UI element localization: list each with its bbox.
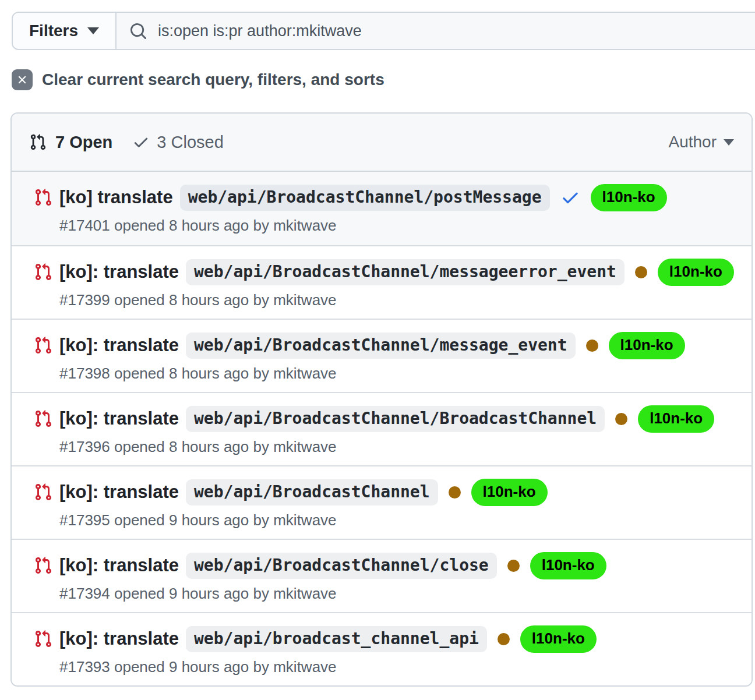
pr-title-link[interactable]: [ko]: translate	[59, 555, 179, 576]
author-sort-label: Author	[669, 133, 717, 151]
pr-meta: #17399 opened 8 hours ago by mkitwave	[59, 291, 738, 309]
pr-meta: #17401 opened 8 hours ago by mkitwave	[59, 217, 738, 235]
pr-title-link[interactable]: [ko]: translate	[59, 408, 179, 429]
check-icon	[132, 133, 150, 151]
open-prs-tab[interactable]: 7 Open	[29, 133, 112, 152]
pr-row: [ko]: translate web/api/BroadcastChannel…	[12, 392, 752, 465]
label-l10n-ko[interactable]: l10n-ko	[520, 625, 597, 653]
pr-row: [ko]: translate web/api/BroadcastChannel…	[12, 245, 752, 319]
checks-pending-dot	[586, 340, 598, 352]
pr-title-line: [ko] translate web/api/BroadcastChannel/…	[34, 183, 738, 211]
checks-pending-dot	[498, 633, 510, 645]
pr-meta: #17395 opened 9 hours ago by mkitwave	[59, 511, 738, 529]
search-field[interactable]	[117, 13, 755, 49]
pr-title-code[interactable]: web/api/BroadcastChannel/BroadcastChanne…	[186, 406, 605, 432]
label-l10n-ko[interactable]: l10n-ko	[591, 184, 667, 211]
label-l10n-ko[interactable]: l10n-ko	[638, 405, 714, 433]
pr-row: [ko]: translate web/api/broadcast_channe…	[12, 612, 752, 685]
pr-row: [ko]: translate web/api/BroadcastChannel…	[12, 539, 752, 612]
checks-pending-dot	[615, 413, 627, 425]
pr-meta: #17396 opened 8 hours ago by mkitwave	[59, 438, 738, 456]
pr-title-line: [ko]: translate web/api/BroadcastChannel…	[34, 405, 738, 433]
filters-dropdown-button[interactable]: Filters	[13, 13, 117, 49]
label-l10n-ko[interactable]: l10n-ko	[530, 552, 606, 579]
clear-filters-label: Clear current search query, filters, and…	[42, 70, 384, 89]
pr-title-code[interactable]: web/api/BroadcastChannel/postMessage	[180, 185, 550, 211]
search-icon	[129, 22, 147, 40]
git-pull-request-icon	[34, 188, 52, 207]
pr-title-code[interactable]: web/api/broadcast_channel_api	[186, 626, 487, 652]
pr-title-link[interactable]: [ko]: translate	[59, 628, 179, 649]
x-icon	[12, 69, 33, 90]
checks-pending-dot	[635, 266, 647, 278]
pr-meta: #17394 opened 9 hours ago by mkitwave	[59, 585, 738, 603]
git-pull-request-icon	[34, 409, 52, 428]
chevron-down-icon	[724, 139, 734, 146]
pr-row: [ko] translate web/api/BroadcastChannel/…	[12, 172, 752, 245]
git-pull-request-icon	[34, 630, 52, 648]
pr-meta: #17398 opened 8 hours ago by mkitwave	[59, 365, 738, 383]
pull-request-list: 7 Open 3 Closed Author [ko] translate we…	[10, 112, 753, 687]
pr-rows: [ko] translate web/api/BroadcastChannel/…	[12, 172, 752, 685]
pr-row: [ko]: translate web/api/BroadcastChannel…	[12, 319, 752, 392]
pr-title-line: [ko]: translate web/api/BroadcastChannel…	[34, 331, 738, 359]
label-l10n-ko[interactable]: l10n-ko	[471, 479, 548, 506]
filters-label: Filters	[29, 22, 78, 40]
pr-meta: #17393 opened 9 hours ago by mkitwave	[59, 658, 738, 676]
git-pull-request-icon	[29, 133, 47, 151]
label-l10n-ko[interactable]: l10n-ko	[658, 259, 734, 286]
author-sort-dropdown[interactable]: Author	[669, 133, 735, 151]
pr-title-link[interactable]: [ko]: translate	[59, 261, 179, 282]
pr-title-code[interactable]: web/api/BroadcastChannel/close	[186, 553, 497, 579]
git-pull-request-icon	[34, 336, 52, 355]
pr-title-line: [ko]: translate web/api/BroadcastChannel…	[34, 258, 738, 286]
checks-pending-dot	[449, 486, 461, 499]
open-count: 7 Open	[55, 133, 112, 152]
git-pull-request-icon	[34, 263, 52, 281]
pr-title-line: [ko]: translate web/api/broadcast_channe…	[34, 625, 738, 653]
closed-prs-tab[interactable]: 3 Closed	[132, 133, 223, 152]
search-input[interactable]	[158, 22, 749, 40]
pr-title-code[interactable]: web/api/BroadcastChannel/message_event	[186, 333, 576, 359]
pr-title-link[interactable]: [ko]: translate	[59, 482, 179, 503]
git-pull-request-icon	[34, 556, 52, 575]
label-l10n-ko[interactable]: l10n-ko	[609, 332, 685, 359]
closed-count: 3 Closed	[157, 133, 223, 152]
pr-row: [ko]: translate web/api/BroadcastChannel…	[12, 465, 752, 539]
chevron-down-icon	[87, 27, 99, 34]
pr-title-link[interactable]: [ko]: translate	[59, 335, 179, 356]
checks-pending-dot	[507, 560, 520, 572]
git-pull-request-icon	[34, 483, 52, 501]
pr-title-code[interactable]: web/api/BroadcastChannel	[186, 479, 438, 505]
clear-filters-link[interactable]: Clear current search query, filters, and…	[12, 69, 755, 90]
pr-title-link[interactable]: [ko] translate	[59, 187, 173, 208]
pr-title-line: [ko]: translate web/api/BroadcastChannel…	[34, 551, 738, 579]
list-header: 7 Open 3 Closed Author	[12, 114, 752, 172]
pr-title-code[interactable]: web/api/BroadcastChannel/messageerror_ev…	[186, 259, 625, 285]
issues-search-bar: Filters	[12, 12, 755, 50]
checks-passed-icon	[560, 188, 580, 207]
pr-title-line: [ko]: translate web/api/BroadcastChannel…	[34, 478, 738, 506]
